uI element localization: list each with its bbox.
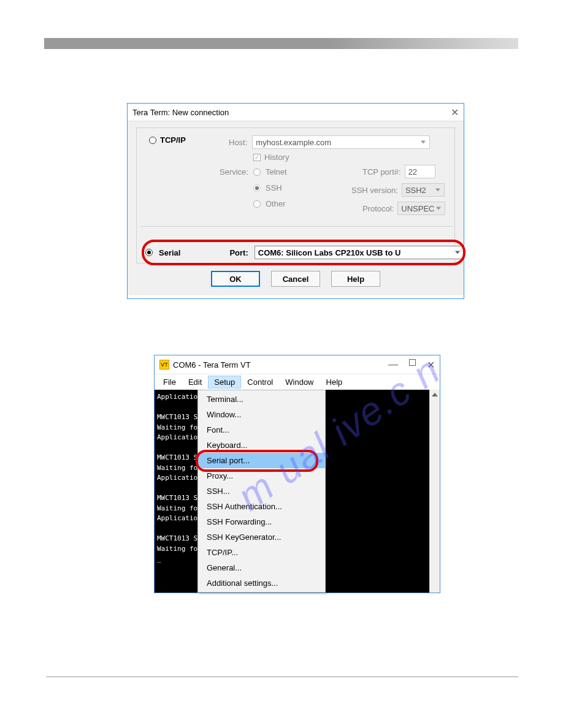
footer-rule (46, 677, 518, 677)
close-icon[interactable]: ✕ (451, 107, 459, 118)
menubar: File Edit Setup Control Window Help (155, 374, 440, 390)
dropdown-item-ssh-authentication-[interactable]: SSH Authentication... (198, 499, 325, 514)
dialog-title: Tera Term: New connection (132, 108, 229, 117)
ssh-label: SSH (266, 183, 282, 192)
protocol-label: Protocol: (362, 204, 394, 213)
tcpip-label: TCP/IP (160, 135, 186, 145)
dropdown-item-serial-port-[interactable]: Serial port... (198, 453, 325, 468)
tera-term-window: VT COM6 - Tera Term VT — ✕ File Edit Set… (154, 355, 440, 593)
host-input[interactable]: myhost.example.com (252, 135, 430, 149)
menu-help[interactable]: Help (320, 376, 349, 389)
window-titlebar: VT COM6 - Tera Term VT — ✕ (155, 355, 440, 374)
port-label: Port: (229, 248, 248, 257)
tcpip-radio-row[interactable]: TCP/IP (149, 135, 186, 145)
header-bar (44, 38, 518, 49)
close-icon[interactable]: ✕ (427, 359, 435, 371)
setup-dropdown: Terminal...Window...Font...Keyboard...Se… (197, 390, 326, 593)
service-label: Service: (220, 167, 248, 176)
dropdown-item-ssh-forwarding-[interactable]: SSH Forwarding... (198, 514, 325, 529)
radio-icon (149, 137, 156, 144)
dropdown-item-proxy-[interactable]: Proxy... (198, 468, 325, 483)
radio-icon (253, 184, 261, 192)
other-label: Other (266, 199, 286, 208)
vertical-scrollbar[interactable] (429, 390, 440, 593)
host-label: Host: (229, 138, 247, 147)
dropdown-item-additional-settings-[interactable]: Additional settings... (198, 575, 325, 591)
dropdown-item-ssh-[interactable]: SSH... (198, 483, 325, 499)
dropdown-item-window-[interactable]: Window... (198, 407, 325, 422)
dropdown-item-terminal-[interactable]: Terminal... (198, 392, 325, 407)
dropdown-item-tcp-ip-[interactable]: TCP/IP... (198, 545, 325, 560)
dropdown-item-ssh-keygenerator-[interactable]: SSH KeyGenerator... (198, 529, 325, 545)
telnet-label: Telnet (266, 167, 287, 176)
new-connection-dialog: Tera Term: New connection ✕ TCP/IP Host:… (127, 103, 464, 299)
minimize-icon[interactable]: — (388, 359, 398, 371)
window-title: COM6 - Tera Term VT (173, 360, 251, 370)
scroll-up-icon (432, 393, 438, 396)
menu-file[interactable]: File (157, 376, 182, 389)
app-icon: VT (159, 360, 169, 370)
history-checkbox[interactable]: ✓ (253, 154, 261, 161)
radio-icon (253, 169, 261, 176)
cancel-button[interactable]: Cancel (271, 271, 320, 287)
dropdown-item-font-[interactable]: Font... (198, 422, 325, 438)
serial-radio[interactable] (145, 249, 153, 256)
port-select[interactable]: COM6: Silicon Labs CP210x USB to U (255, 246, 464, 259)
ok-button[interactable]: OK (211, 271, 260, 287)
dropdown-item-general-[interactable]: General... (198, 560, 325, 575)
menu-window[interactable]: Window (279, 376, 320, 389)
sshver-select[interactable]: SSH2 (402, 183, 445, 197)
maximize-icon[interactable] (409, 359, 416, 366)
radio-icon (253, 200, 261, 208)
history-label: History (264, 153, 289, 162)
protocol-select[interactable]: UNSPEC (397, 202, 445, 215)
tcpport-label: TCP port#: (362, 167, 401, 176)
menu-control[interactable]: Control (241, 376, 279, 389)
menu-edit[interactable]: Edit (182, 376, 208, 389)
help-button[interactable]: Help (331, 271, 380, 287)
tcpport-input[interactable]: 22 (405, 165, 435, 178)
dropdown-item-keyboard-[interactable]: Keyboard... (198, 438, 325, 453)
sshver-label: SSH version: (351, 186, 398, 195)
serial-label: Serial (159, 248, 180, 257)
dialog-titlebar: Tera Term: New connection ✕ (128, 104, 464, 121)
menu-setup[interactable]: Setup (208, 376, 241, 389)
